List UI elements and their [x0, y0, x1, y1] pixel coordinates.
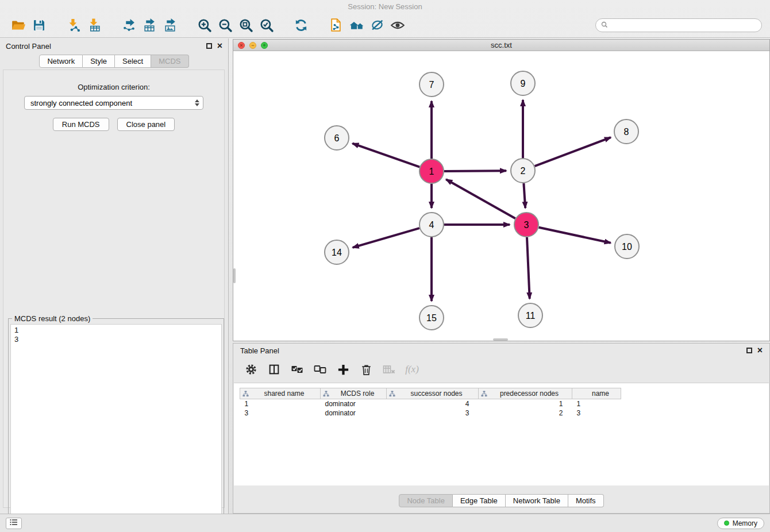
- tab-select[interactable]: Select: [115, 55, 151, 68]
- columns-icon: [268, 363, 280, 376]
- tab-node-table[interactable]: Node Table: [399, 494, 453, 507]
- node-7[interactable]: 7: [419, 72, 444, 97]
- table-cell[interactable]: 2: [479, 408, 572, 418]
- tab-network[interactable]: Network: [39, 55, 83, 68]
- run-mcds-button[interactable]: Run MCDS: [53, 118, 109, 131]
- control-panel-title: Control Panel: [6, 42, 51, 51]
- node-4[interactable]: 4: [419, 213, 444, 237]
- node-2[interactable]: 2: [511, 159, 535, 183]
- style-filter-button[interactable]: [367, 15, 387, 36]
- function-builder-button[interactable]: f(x): [403, 361, 421, 378]
- export-table-button[interactable]: [139, 15, 160, 36]
- column-header-name[interactable]: name: [572, 388, 621, 399]
- save-session-button[interactable]: [29, 15, 49, 36]
- import-network-icon: [67, 18, 81, 32]
- deselect-all-button[interactable]: [311, 361, 329, 378]
- export-image-icon: [163, 18, 178, 32]
- close-panel-button[interactable]: Close panel: [117, 118, 175, 131]
- vertical-scrollbar-handle[interactable]: [233, 268, 236, 283]
- node-label: 7: [429, 80, 434, 90]
- node-6[interactable]: 6: [325, 126, 349, 150]
- zoom-selected-button[interactable]: [256, 15, 277, 36]
- edge-3-to-1[interactable]: [446, 179, 515, 218]
- float-panel-icon[interactable]: [206, 43, 212, 49]
- select-all-checkboxes-icon: [290, 363, 304, 376]
- select-all-button[interactable]: [288, 361, 306, 378]
- tab-motifs[interactable]: Motifs: [568, 494, 604, 507]
- delete-table-button[interactable]: [380, 361, 398, 378]
- column-header-mcds-role[interactable]: MCDS role: [321, 388, 387, 399]
- zoom-out-button[interactable]: [215, 15, 236, 36]
- refresh-layout-button[interactable]: [291, 15, 311, 36]
- table-cell[interactable]: 1: [240, 399, 321, 408]
- minimize-window-icon[interactable]: −: [249, 42, 256, 49]
- task-history-button[interactable]: [6, 518, 22, 529]
- node-15[interactable]: 15: [419, 306, 444, 330]
- import-network-button[interactable]: [63, 15, 84, 36]
- table-cell[interactable]: 3: [572, 408, 621, 418]
- zoom-fit-button[interactable]: [236, 15, 256, 36]
- export-image-button[interactable]: [160, 15, 180, 36]
- edge-3-to-10[interactable]: [539, 228, 611, 243]
- edge-3-to-11[interactable]: [527, 237, 530, 299]
- table-cell[interactable]: dominator: [321, 399, 387, 408]
- close-panel-icon[interactable]: ×: [217, 43, 222, 49]
- node-14[interactable]: 14: [325, 240, 349, 264]
- criterion-selected-value: strongly connected component: [30, 99, 132, 107]
- node-11[interactable]: 11: [518, 303, 542, 327]
- open-session-button[interactable]: [8, 15, 29, 36]
- network-document-button[interactable]: [325, 15, 346, 36]
- table-row[interactable]: 1dominator411: [240, 399, 621, 408]
- tab-edge-table[interactable]: Edge Table: [453, 494, 506, 507]
- export-network-button[interactable]: [118, 15, 139, 36]
- edge-4-to-14[interactable]: [353, 228, 419, 248]
- column-header-shared-name[interactable]: shared name: [240, 388, 321, 399]
- node-10[interactable]: 10: [615, 234, 639, 259]
- mcds-result-title: MCDS result (2 nodes): [12, 314, 93, 323]
- node-1[interactable]: 1: [419, 159, 444, 183]
- memory-button[interactable]: Memory: [717, 518, 764, 529]
- edge-1-to-2[interactable]: [444, 171, 506, 171]
- network-canvas[interactable]: 7968124314101511: [233, 51, 769, 341]
- tab-style[interactable]: Style: [83, 55, 115, 68]
- node-label: 1: [429, 167, 434, 176]
- memory-label: Memory: [733, 519, 757, 527]
- table-cell[interactable]: 4: [387, 399, 479, 408]
- node-8[interactable]: 8: [614, 119, 638, 144]
- edge-1-to-6[interactable]: [352, 144, 419, 167]
- column-header-predecessor-nodes[interactable]: predecessor nodes: [479, 388, 572, 399]
- column-header-successor-nodes[interactable]: successor nodes: [387, 388, 479, 399]
- tab-mcds[interactable]: MCDS: [151, 55, 188, 68]
- table-cell[interactable]: 1: [572, 399, 621, 408]
- node-9[interactable]: 9: [511, 71, 535, 95]
- close-table-panel-icon[interactable]: ×: [757, 348, 763, 353]
- edge-2-to-8[interactable]: [535, 137, 611, 166]
- edge-2-to-3[interactable]: [523, 183, 525, 208]
- horizontal-scrollbar-handle[interactable]: [493, 338, 508, 341]
- table-cell[interactable]: dominator: [321, 408, 387, 418]
- add-column-button[interactable]: [334, 361, 352, 378]
- control-panel-header: Control Panel ×: [0, 38, 228, 53]
- tab-network-table[interactable]: Network Table: [506, 494, 568, 507]
- node-label: 6: [334, 133, 340, 143]
- show-hide-button[interactable]: [387, 15, 408, 36]
- maximize-window-icon[interactable]: +: [261, 42, 268, 49]
- node-label: 4: [429, 220, 434, 230]
- main-toolbar: [0, 13, 770, 38]
- close-window-icon[interactable]: ×: [238, 42, 245, 49]
- search-input[interactable]: [611, 21, 756, 29]
- table-cell[interactable]: 1: [479, 399, 572, 408]
- table-settings-button[interactable]: [242, 361, 260, 378]
- float-table-panel-icon[interactable]: [746, 348, 752, 353]
- network-window-titlebar[interactable]: × − + scc.txt: [233, 40, 769, 51]
- table-cell[interactable]: 3: [387, 408, 479, 418]
- table-cell[interactable]: 3: [240, 408, 321, 418]
- home-button[interactable]: [346, 15, 367, 36]
- node-3[interactable]: 3: [514, 213, 538, 237]
- criterion-select[interactable]: strongly connected component: [24, 96, 203, 110]
- show-columns-button[interactable]: [265, 361, 283, 378]
- table-row[interactable]: 3dominator323: [240, 408, 621, 418]
- import-table-button[interactable]: [84, 15, 105, 36]
- zoom-in-button[interactable]: [194, 15, 215, 36]
- delete-column-button[interactable]: [357, 361, 375, 378]
